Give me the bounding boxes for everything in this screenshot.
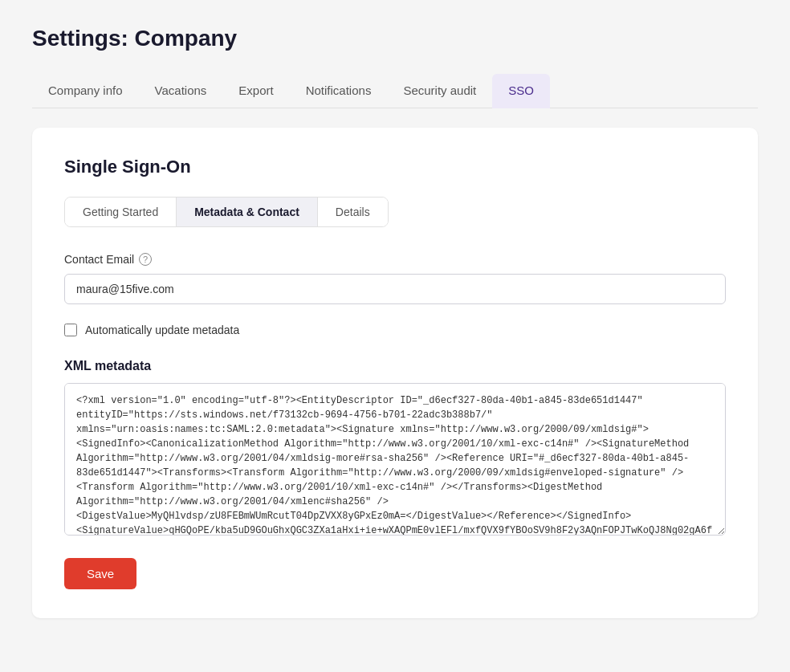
tab-vacations[interactable]: Vacations	[139, 74, 223, 108]
page-title: Settings: Company	[32, 26, 758, 51]
sub-tabs: Getting Started Metadata & Contact Detai…	[64, 197, 389, 227]
xml-metadata-section: XML metadata <?xml version="1.0" encodin…	[64, 359, 726, 539]
contact-email-input[interactable]	[64, 274, 726, 304]
tab-notifications[interactable]: Notifications	[290, 74, 388, 108]
main-card: Single Sign-On Getting Started Metadata …	[32, 128, 758, 618]
save-button[interactable]: Save	[64, 558, 136, 589]
tab-export[interactable]: Export	[222, 74, 289, 108]
section-title: Single Sign-On	[64, 157, 726, 177]
contact-email-help-icon[interactable]: ?	[139, 253, 152, 266]
tab-security-audit[interactable]: Security audit	[387, 74, 492, 108]
tab-company-info[interactable]: Company info	[32, 74, 139, 108]
page-container: Settings: Company Company info Vacations…	[0, 0, 790, 672]
contact-email-group: Contact Email ?	[64, 253, 726, 304]
tab-sso[interactable]: SSO	[492, 74, 550, 108]
xml-section-title: XML metadata	[64, 359, 726, 373]
top-tabs-nav: Company info Vacations Export Notificati…	[32, 74, 758, 108]
sub-tab-getting-started[interactable]: Getting Started	[65, 198, 177, 226]
contact-email-label: Contact Email ?	[64, 253, 726, 266]
sub-tab-metadata-contact[interactable]: Metadata & Contact	[177, 198, 318, 226]
auto-update-label: Automatically update metadata	[85, 324, 239, 336]
sub-tab-details[interactable]: Details	[318, 198, 388, 226]
auto-update-checkbox[interactable]	[64, 324, 77, 336]
auto-update-group: Automatically update metadata	[64, 324, 726, 336]
xml-metadata-textarea[interactable]: <?xml version="1.0" encoding="utf-8"?><E…	[64, 383, 726, 536]
